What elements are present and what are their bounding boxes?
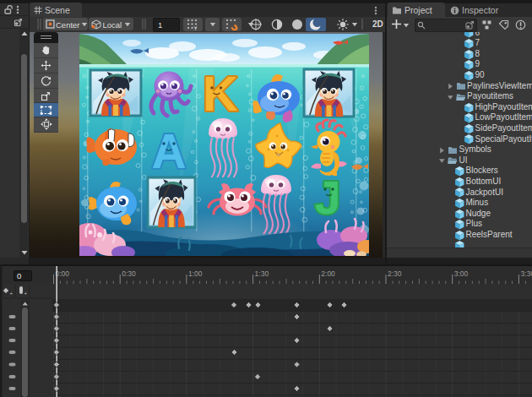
svg-text:1:30: 1:30	[255, 269, 269, 278]
svg-text:2:30: 2:30	[388, 269, 402, 278]
svg-text:J: J	[314, 171, 340, 224]
svg-text:K: K	[203, 66, 238, 121]
svg-text:0: 0	[17, 271, 21, 280]
svg-text:0:00: 0:00	[56, 269, 70, 278]
svg-text:+: +	[10, 291, 14, 296]
svg-text:+: +	[24, 291, 28, 296]
svg-text:2:00: 2:00	[321, 269, 335, 278]
svg-text:0:30: 0:30	[122, 269, 136, 278]
svg-text:3:00: 3:00	[454, 269, 469, 278]
svg-text:A: A	[151, 124, 186, 178]
svg-text:3:30: 3:30	[520, 269, 532, 278]
svg-text:1:00: 1:00	[188, 269, 203, 278]
svg-text:Y: Y	[193, 25, 198, 31]
